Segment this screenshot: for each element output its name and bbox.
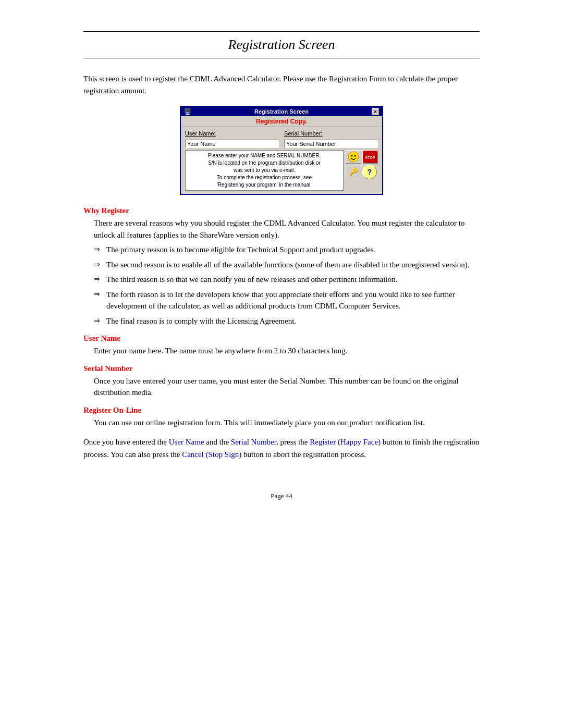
footer-text-after: button to abort the registration process… bbox=[241, 450, 366, 459]
why-register-section: Why Register There are several reasons w… bbox=[83, 206, 480, 327]
bullet-item-2: The second reason is to enable all of th… bbox=[94, 259, 480, 271]
title-section: Registration Screen bbox=[83, 31, 480, 58]
user-name-input[interactable] bbox=[185, 140, 279, 148]
register-online-heading: Register On-Line bbox=[83, 406, 480, 415]
intro-text: This screen is used to register the CDML… bbox=[83, 73, 480, 96]
serial-number-field-label-container: Serial Number: bbox=[284, 130, 378, 138]
instructions-line2: S/N is located on the program distributi… bbox=[208, 160, 321, 166]
title-rule-bottom bbox=[83, 58, 480, 58]
svg-text:STOP: STOP bbox=[365, 156, 375, 159]
svg-point-2 bbox=[354, 155, 356, 157]
field-labels-row: User Name: Serial Number: bbox=[185, 130, 378, 138]
cancel-stop-sign-button[interactable]: STOP STOP bbox=[362, 150, 378, 164]
registered-banner: Registered Copy. bbox=[181, 116, 382, 127]
page-number: Page 44 bbox=[83, 492, 480, 500]
bullet-item-5: The final reason is to comply with the L… bbox=[94, 315, 480, 327]
bullet-item-4: The forth reason is to let the developer… bbox=[94, 289, 480, 312]
dialog-close-button[interactable]: × bbox=[372, 108, 379, 115]
page-container: Registration Screen This screen is used … bbox=[0, 0, 563, 532]
why-register-bullets: The primary reason is to become eligible… bbox=[94, 244, 480, 327]
input-fields-row bbox=[185, 140, 378, 148]
footer-text-between2: , press the bbox=[276, 438, 310, 446]
top-button-row: STOP STOP bbox=[346, 150, 378, 164]
dialog-bottom-row: Please enter your NAME and SERIAL NUMBER… bbox=[185, 150, 378, 191]
footer-text-before-user: Once you have entered the bbox=[83, 438, 169, 446]
bullet-item-1: The primary reason is to become eligible… bbox=[94, 244, 480, 256]
cancel-link[interactable]: Cancel (Stop Sign) bbox=[182, 450, 241, 459]
dialog-body: User Name: Serial Number: bbox=[181, 127, 382, 194]
serial-number-link[interactable]: Serial Number bbox=[231, 438, 276, 446]
dialog-instructions: Please enter your NAME and SERIAL NUMBER… bbox=[185, 150, 344, 191]
stop-sign: STOP STOP bbox=[363, 151, 377, 163]
page-title: Registration Screen bbox=[83, 35, 480, 55]
dialog-container: 🖥️ Registration Screen × Registered Copy… bbox=[83, 106, 480, 195]
svg-point-0 bbox=[348, 152, 359, 162]
user-name-label: User Name: bbox=[185, 130, 279, 137]
dialog-buttons: STOP STOP 🔑 bbox=[346, 150, 378, 191]
serial-number-heading: Serial Number bbox=[83, 364, 480, 373]
serial-number-label: Serial Number: bbox=[284, 130, 378, 137]
svg-point-1 bbox=[351, 155, 353, 157]
bullet-item-3: The third reason is so that we can notif… bbox=[94, 274, 480, 286]
serial-number-section: Serial Number Once you have entered your… bbox=[83, 364, 480, 399]
footer-text: Once you have entered the User Name and … bbox=[83, 436, 480, 461]
instructions-line1: Please enter your NAME and SERIAL NUMBER… bbox=[208, 153, 321, 158]
user-name-input-container bbox=[185, 140, 279, 148]
user-name-body: Enter your name here. The name must be a… bbox=[94, 345, 480, 357]
dialog-titlebar: 🖥️ Registration Screen × bbox=[181, 107, 382, 116]
registered-text: Registered Copy. bbox=[256, 118, 307, 125]
register-link[interactable]: Register (Happy Face) bbox=[310, 438, 381, 446]
instructions-line3: was sent to you via e-mail. bbox=[234, 167, 295, 173]
serial-number-input[interactable] bbox=[284, 140, 378, 148]
register-online-section: Register On-Line You can use our online … bbox=[83, 406, 480, 429]
bottom-button-row: 🔑 ? bbox=[346, 165, 378, 179]
footer-text-between1: and the bbox=[204, 438, 231, 446]
user-name-heading: User Name bbox=[83, 334, 480, 343]
instructions-line5: 'Registering your program' in the manual… bbox=[217, 182, 312, 188]
register-online-button[interactable]: 🔑 bbox=[346, 165, 361, 178]
title-rule-top bbox=[83, 31, 480, 32]
help-button[interactable]: ? bbox=[362, 165, 377, 179]
serial-number-text: Once you have entered your user name, yo… bbox=[94, 377, 459, 397]
dialog-title-text: Registration Screen bbox=[254, 108, 309, 115]
smiley-svg bbox=[347, 151, 360, 163]
why-register-body: There are several reasons why you should… bbox=[94, 217, 480, 241]
register-online-body: You can use our online registration form… bbox=[94, 417, 480, 429]
user-name-link[interactable]: User Name bbox=[169, 438, 204, 446]
register-happy-face-button[interactable] bbox=[346, 150, 361, 164]
serial-number-body: Once you have entered your user name, yo… bbox=[94, 375, 480, 399]
dialog-title-icon: 🖥️ bbox=[184, 108, 191, 115]
serial-number-input-container bbox=[284, 140, 378, 148]
why-register-heading: Why Register bbox=[83, 206, 480, 215]
user-name-section: User Name Enter your name here. The name… bbox=[83, 334, 480, 357]
why-register-text: There are several reasons why you should… bbox=[94, 219, 464, 239]
user-name-field-label-container: User Name: bbox=[185, 130, 279, 138]
dialog-box: 🖥️ Registration Screen × Registered Copy… bbox=[180, 106, 383, 195]
instructions-line4: To complete the registration process, se… bbox=[217, 175, 312, 180]
